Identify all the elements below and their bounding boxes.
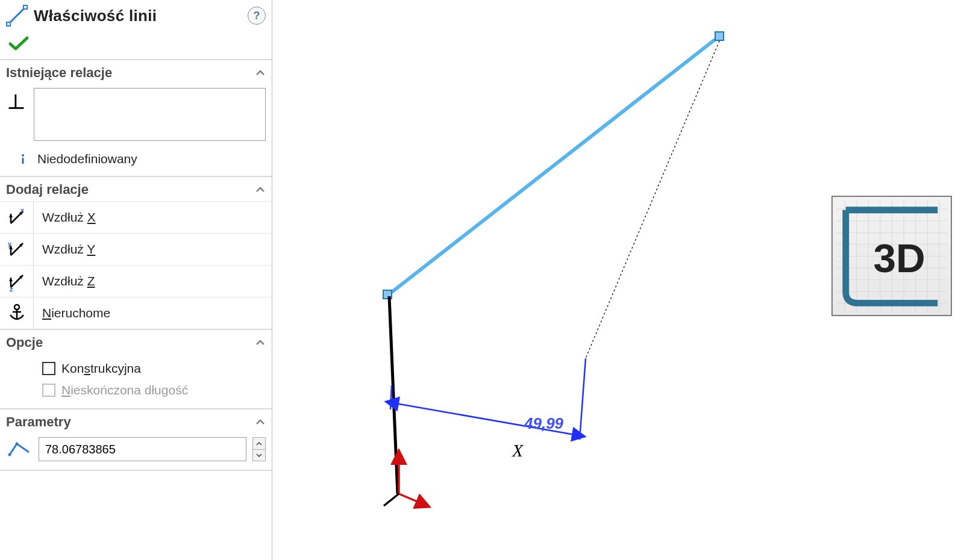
relation-along-y[interactable]: y Wzdłuż Y <box>0 233 272 265</box>
section-header-add-relations[interactable]: Dodaj relacje <box>0 177 272 201</box>
relation-along-z-label: Wzdłuż Z <box>42 274 95 288</box>
badge-3d-text: 3D <box>874 235 925 281</box>
relation-along-y-label: Wzdłuż Y <box>42 242 95 257</box>
length-input[interactable] <box>39 437 246 461</box>
sketch-endpoint[interactable] <box>715 32 724 40</box>
anchor-icon <box>0 297 34 329</box>
sketch-line-selected[interactable] <box>388 36 719 295</box>
relation-fixed[interactable]: Nieruchome <box>0 297 272 329</box>
section-existing-relations: Istniejące relacje Niedodefiniowany <box>0 60 272 177</box>
origin-triad[interactable] <box>384 461 420 506</box>
relation-fixed-label: Nieruchome <box>42 306 110 320</box>
confirm-row <box>0 31 272 60</box>
option-construction[interactable]: Konstrukcyjna <box>8 358 266 379</box>
svg-line-0 <box>8 7 25 24</box>
relation-along-x[interactable]: x Wzdłuż X <box>0 201 272 233</box>
length-icon <box>6 439 33 459</box>
dimension-extension-line <box>580 358 586 440</box>
section-parameters: Parametry <box>0 409 272 471</box>
dimension-extension-line <box>390 385 392 409</box>
perpendicular-icon <box>6 90 27 111</box>
svg-line-29 <box>384 494 399 506</box>
line-icon <box>6 5 28 26</box>
svg-rect-6 <box>22 158 24 164</box>
svg-rect-1 <box>7 22 10 26</box>
svg-marker-10 <box>9 214 13 217</box>
relation-status-row: Niedodefiniowany <box>6 141 266 169</box>
spinner-up-button[interactable] <box>253 438 265 449</box>
chevron-up-icon <box>255 67 266 78</box>
section-title-options: Opcje <box>6 335 43 350</box>
ok-button[interactable] <box>6 34 31 53</box>
section-title-add-relations: Dodaj relacje <box>6 182 89 198</box>
svg-text:y: y <box>8 240 12 247</box>
axis-x-label: X <box>512 440 524 460</box>
along-z-icon: z <box>0 266 34 297</box>
relation-along-z[interactable]: z Wzdłuż Z <box>0 265 272 297</box>
svg-text:x: x <box>20 207 25 214</box>
length-spinner <box>252 437 266 461</box>
svg-point-5 <box>22 154 24 157</box>
section-options: Opcje Konstrukcyjna Nieskończona długość <box>0 330 272 409</box>
chevron-up-icon <box>255 417 266 428</box>
section-add-relations: Dodaj relacje x Wzdłuż X <box>0 177 272 330</box>
relations-listbox[interactable] <box>34 88 266 141</box>
section-title-existing-relations: Istniejące relacje <box>6 65 112 81</box>
along-y-icon: y <box>0 234 34 265</box>
relation-status-text: Niedodefiniowany <box>37 152 137 166</box>
info-icon <box>17 153 29 165</box>
sketch-3d-badge: 3D <box>831 196 952 316</box>
checkbox-infinite-length <box>42 384 55 397</box>
svg-point-22 <box>14 305 19 310</box>
chevron-up-icon <box>255 184 266 195</box>
chevron-up-icon <box>255 337 266 348</box>
spinner-down-button[interactable] <box>253 449 265 461</box>
svg-point-26 <box>16 443 19 446</box>
section-header-options[interactable]: Opcje <box>0 330 272 354</box>
section-title-parameters: Parametry <box>6 414 71 430</box>
svg-line-28 <box>399 494 420 503</box>
section-header-parameters[interactable]: Parametry <box>0 409 272 434</box>
panel-header: Właściwość linii ? <box>0 0 272 31</box>
option-infinite-length-label: Nieskończona długość <box>61 383 188 397</box>
along-x-icon: x <box>0 202 34 233</box>
help-button[interactable]: ? <box>248 7 266 25</box>
svg-point-25 <box>8 453 11 456</box>
svg-text:z: z <box>10 285 13 292</box>
checkbox-construction[interactable] <box>42 362 55 375</box>
svg-marker-20 <box>9 278 13 281</box>
sketch-viewport[interactable]: 49,99 X 3D <box>272 0 964 560</box>
dimension-value[interactable]: 49,99 <box>524 414 564 432</box>
panel-title: Właściwość linii <box>34 7 242 25</box>
option-construction-label: Konstrukcyjna <box>61 361 141 376</box>
relation-along-x-label: Wzdłuż X <box>42 210 96 225</box>
svg-rect-2 <box>23 5 27 9</box>
option-infinite-length: Nieskończona długość <box>8 379 266 401</box>
property-panel: Właściwość linii ? Istniejące relacje <box>0 0 272 560</box>
section-header-existing-relations[interactable]: Istniejące relacje <box>0 60 272 84</box>
existing-relations-body: Niedodefiniowany <box>0 84 272 176</box>
